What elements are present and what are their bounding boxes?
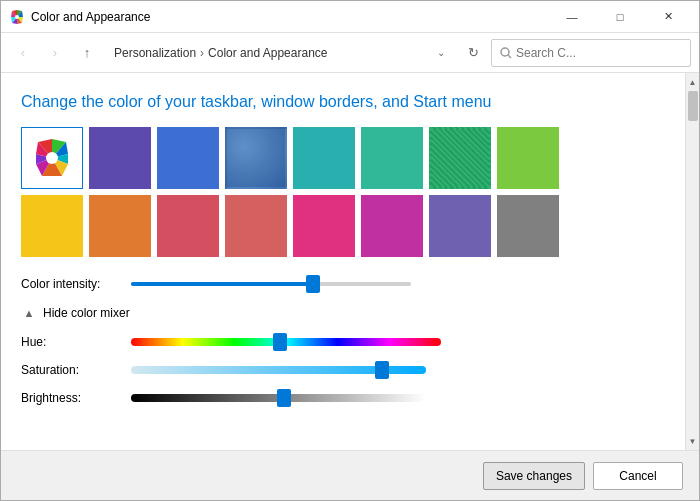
forward-button[interactable]: ›	[41, 39, 69, 67]
minimize-button[interactable]: —	[549, 1, 595, 33]
scrollbar-thumb[interactable]	[688, 91, 698, 121]
hue-row: Hue:	[21, 335, 665, 349]
brightness-slider[interactable]	[131, 394, 426, 402]
mixer-chevron-icon: ▲	[21, 305, 37, 321]
saturation-slider[interactable]	[131, 366, 426, 374]
swatches-grid	[21, 127, 665, 257]
brightness-label: Brightness:	[21, 391, 121, 405]
swatch-red2[interactable]	[225, 195, 287, 257]
color-intensity-label: Color intensity:	[21, 277, 121, 291]
back-button[interactable]: ‹	[9, 39, 37, 67]
breadcrumb-folder: Personalization	[114, 46, 196, 60]
swatch-auto[interactable]	[21, 127, 83, 189]
hide-mixer-label: Hide color mixer	[43, 306, 130, 320]
up-button[interactable]: ↑	[73, 39, 101, 67]
swatch-pink2[interactable]	[361, 195, 423, 257]
swatch-red1[interactable]	[157, 195, 219, 257]
color-intensity-slider[interactable]	[131, 282, 411, 286]
hue-slider[interactable]	[131, 338, 441, 346]
refresh-button[interactable]: ↻	[459, 39, 487, 67]
svg-point-8	[15, 15, 19, 19]
window-title: Color and Appearance	[31, 10, 549, 24]
scroll-up-arrow[interactable]: ▲	[686, 75, 700, 89]
swatch-purple1[interactable]	[89, 127, 151, 189]
swatch-gray[interactable]	[497, 195, 559, 257]
svg-point-20	[46, 152, 58, 164]
search-input[interactable]	[516, 46, 682, 60]
page-heading: Change the color of your taskbar, window…	[21, 93, 665, 111]
breadcrumb-chevron[interactable]: ⌄	[427, 39, 455, 67]
swatch-teal2[interactable]	[361, 127, 423, 189]
swatch-purple2[interactable]	[429, 195, 491, 257]
swatch-teal1[interactable]	[293, 127, 355, 189]
navbar: ‹ › ↑ Personalization › Color and Appear…	[1, 33, 699, 73]
footer: Save changes Cancel	[1, 450, 699, 500]
hue-thumb[interactable]	[273, 333, 287, 351]
color-fan-icon	[28, 134, 76, 182]
breadcrumb-separator: ›	[200, 46, 204, 60]
svg-point-9	[501, 48, 509, 56]
content-panel: Change the color of your taskbar, window…	[1, 73, 685, 450]
swatch-blue1[interactable]	[157, 127, 219, 189]
swatch-pink1[interactable]	[293, 195, 355, 257]
scrollbar: ▲ ▼	[685, 73, 699, 450]
maximize-button[interactable]: □	[597, 1, 643, 33]
scroll-down-arrow[interactable]: ▼	[686, 434, 700, 448]
swatch-orange1[interactable]	[89, 195, 151, 257]
save-button[interactable]: Save changes	[483, 462, 585, 490]
swatch-blue2[interactable]	[225, 127, 287, 189]
saturation-row: Saturation:	[21, 363, 665, 377]
saturation-label: Saturation:	[21, 363, 121, 377]
brightness-thumb[interactable]	[277, 389, 291, 407]
hide-mixer-toggle[interactable]: ▲ Hide color mixer	[21, 305, 665, 321]
saturation-thumb[interactable]	[375, 361, 389, 379]
search-icon	[500, 47, 512, 59]
titlebar: Color and Appearance — □ ✕	[1, 1, 699, 33]
swatch-green1[interactable]	[429, 127, 491, 189]
breadcrumb-current: Color and Appearance	[208, 46, 327, 60]
hue-label: Hue:	[21, 335, 121, 349]
svg-line-10	[508, 55, 511, 58]
close-button[interactable]: ✕	[645, 1, 691, 33]
swatch-green2[interactable]	[497, 127, 559, 189]
main-area: Change the color of your taskbar, window…	[1, 73, 699, 450]
color-intensity-thumb[interactable]	[306, 275, 320, 293]
swatch-yellow[interactable]	[21, 195, 83, 257]
color-intensity-row: Color intensity:	[21, 277, 665, 291]
breadcrumb[interactable]: Personalization › Color and Appearance	[105, 39, 423, 67]
search-box[interactable]	[491, 39, 691, 67]
app-icon	[9, 9, 25, 25]
cancel-button[interactable]: Cancel	[593, 462, 683, 490]
window: Color and Appearance — □ ✕ ‹ › ↑ Persona…	[0, 0, 700, 501]
brightness-row: Brightness:	[21, 391, 665, 405]
titlebar-controls: — □ ✕	[549, 1, 691, 33]
